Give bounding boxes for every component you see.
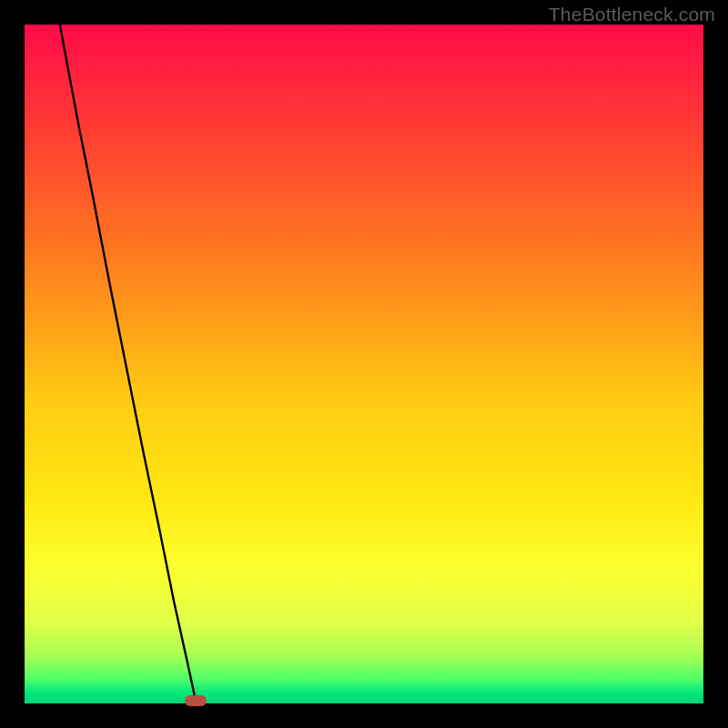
optimal-point-marker — [185, 695, 207, 706]
watermark-text: TheBottleneck.com — [549, 4, 715, 25]
chart-plot-area — [25, 25, 703, 703]
chart-curve-layer — [25, 25, 703, 703]
bottleneck-curve — [60, 25, 196, 701]
